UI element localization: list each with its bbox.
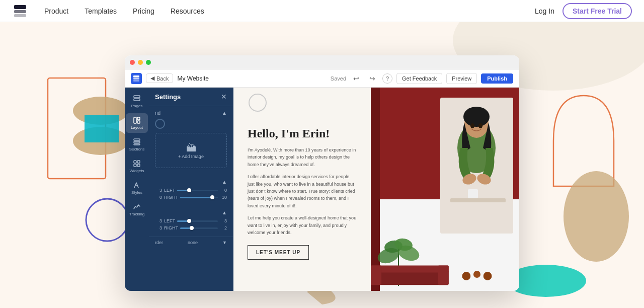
slider-row-1: 3 LEFT 0 <box>155 188 227 193</box>
nav-resources[interactable]: Resources <box>165 5 210 17</box>
sidebar-icons: Pages Layout Sections <box>125 88 149 291</box>
sliders-bottom-header: ▲ <box>155 210 227 215</box>
svg-point-6 <box>73 127 128 155</box>
svg-rect-15 <box>134 99 140 101</box>
canvas-area: Hello, I'm Erin! I'm Ayodelé. With more … <box>233 88 519 291</box>
svg-rect-16 <box>134 117 136 123</box>
nav-links: Product Templates Pricing Resources <box>38 5 535 17</box>
svg-rect-0 <box>14 5 26 9</box>
website-left-section: Hello, I'm Erin! I'm Ayodelé. With more … <box>233 88 371 291</box>
publish-button[interactable]: Publish <box>481 73 513 84</box>
border-chevron-icon[interactable]: ▼ <box>222 240 227 245</box>
person-photo <box>440 98 513 234</box>
svg-point-8 <box>86 199 128 241</box>
svg-rect-4 <box>48 78 106 179</box>
minimize-dot <box>138 60 143 65</box>
redo-button[interactable]: ↪ <box>366 72 378 85</box>
saved-status: Saved <box>331 75 346 82</box>
slider-2-left-value: 0 <box>155 195 162 200</box>
settings-background-section: nd ▲ 🏔 + Add Image <box>149 106 233 175</box>
sidebar-item-tracking[interactable]: Tracking <box>126 200 148 219</box>
svg-rect-14 <box>134 96 140 98</box>
svg-rect-24 <box>134 164 136 167</box>
settings-title: Settings <box>155 93 181 101</box>
sidebar-item-pages[interactable]: Pages <box>126 92 148 111</box>
svg-rect-39 <box>450 198 506 202</box>
undo-button[interactable]: ↩ <box>350 72 362 85</box>
settings-header: Settings ✕ <box>149 88 233 106</box>
feedback-button[interactable]: Get Feedback <box>396 73 442 84</box>
settings-sliders-bottom: ▲ 3 LEFT 3 3 RIGHT <box>149 206 233 237</box>
svg-point-5 <box>73 97 128 125</box>
slider-4-left-value: 3 <box>155 225 162 230</box>
website-bio-3: Let me help you create a well-designed h… <box>248 214 357 236</box>
maximize-dot <box>146 60 151 65</box>
slider-3-left-value: 3 <box>155 218 162 223</box>
slider-2-track[interactable] <box>180 197 218 198</box>
nav-product[interactable]: Product <box>38 5 74 17</box>
circle-decoration <box>249 94 267 112</box>
sidebar-item-sections[interactable]: Sections <box>126 135 148 155</box>
svg-point-35 <box>462 272 470 280</box>
editor-logo <box>131 73 142 84</box>
slider-1-track[interactable] <box>177 190 218 191</box>
sliders-bottom-collapse-icon[interactable]: ▲ <box>222 210 227 215</box>
svg-rect-20 <box>134 141 140 143</box>
login-link[interactable]: Log In <box>535 7 554 15</box>
browser-chrome <box>125 55 519 69</box>
start-free-trial-button[interactable]: Start Free Trial <box>562 3 632 19</box>
website-bio-1: I'm Ayodelé. With more than 10 years of … <box>248 146 357 168</box>
svg-rect-22 <box>134 161 136 163</box>
settings-sliders-top: ▲ 3 LEFT 0 0 RIGHT <box>149 175 233 206</box>
slider-1-right-value: 0 <box>220 188 227 193</box>
svg-rect-12 <box>133 78 139 80</box>
svg-rect-13 <box>133 80 139 82</box>
sidebar-item-layout[interactable]: Layout <box>126 113 148 133</box>
image-upload-area[interactable]: 🏔 + Add Image <box>155 133 227 168</box>
slider-1-left-value: 3 <box>155 188 162 193</box>
svg-point-43 <box>463 107 490 127</box>
slider-4-track[interactable] <box>180 227 218 229</box>
sliders-collapse-icon[interactable]: ▲ <box>222 179 227 185</box>
help-button[interactable]: ? <box>382 73 392 84</box>
nav-templates[interactable]: Templates <box>78 5 123 17</box>
website-cta-button[interactable]: LET'S MEET UP <box>248 245 309 260</box>
website-content: Hello, I'm Erin! I'm Ayodelé. With more … <box>233 88 519 291</box>
preview-button[interactable]: Preview <box>446 73 477 84</box>
color-picker-circle[interactable] <box>155 119 165 129</box>
logo[interactable] <box>12 3 28 19</box>
svg-rect-34 <box>438 265 448 285</box>
slider-4-label: RIGHT <box>164 225 178 230</box>
svg-rect-23 <box>137 161 140 163</box>
svg-point-37 <box>483 272 492 280</box>
sidebar-item-styles[interactable]: Styles <box>126 178 148 198</box>
svg-point-47 <box>478 123 482 128</box>
svg-rect-25 <box>137 164 140 167</box>
background-label: nd <box>155 110 160 116</box>
settings-close-button[interactable]: ✕ <box>221 93 227 101</box>
slider-3-track[interactable] <box>177 220 218 222</box>
slider-2-right-value: 10 <box>220 195 227 200</box>
svg-rect-21 <box>134 144 140 145</box>
nav-right: Log In Start Free Trial <box>535 3 632 19</box>
slider-row-4: 3 RIGHT 2 <box>155 225 227 230</box>
svg-rect-31 <box>371 271 449 285</box>
sliders-top-header: ▲ <box>155 179 227 185</box>
nav-pricing[interactable]: Pricing <box>127 5 160 17</box>
border-value: none <box>188 240 198 245</box>
back-button[interactable]: ◀ Back <box>146 73 173 83</box>
collapse-icon[interactable]: ▲ <box>222 110 227 116</box>
svg-rect-7 <box>85 115 119 142</box>
furniture-decoration <box>371 251 519 291</box>
svg-point-36 <box>473 271 480 278</box>
svg-rect-17 <box>137 117 140 120</box>
upload-icon: 🏔 <box>186 142 196 154</box>
sidebar-item-widgets[interactable]: Widgets <box>126 157 148 176</box>
slider-row-2: 0 RIGHT 10 <box>155 195 227 200</box>
svg-rect-19 <box>134 139 140 140</box>
browser-mockup: ◀ Back My Website Saved ↩ ↪ ? Get Feedba… <box>125 55 519 291</box>
svg-rect-18 <box>137 121 140 123</box>
svg-rect-32 <box>371 265 449 272</box>
slider-1-label: LEFT <box>164 188 175 193</box>
svg-rect-2 <box>14 14 26 17</box>
